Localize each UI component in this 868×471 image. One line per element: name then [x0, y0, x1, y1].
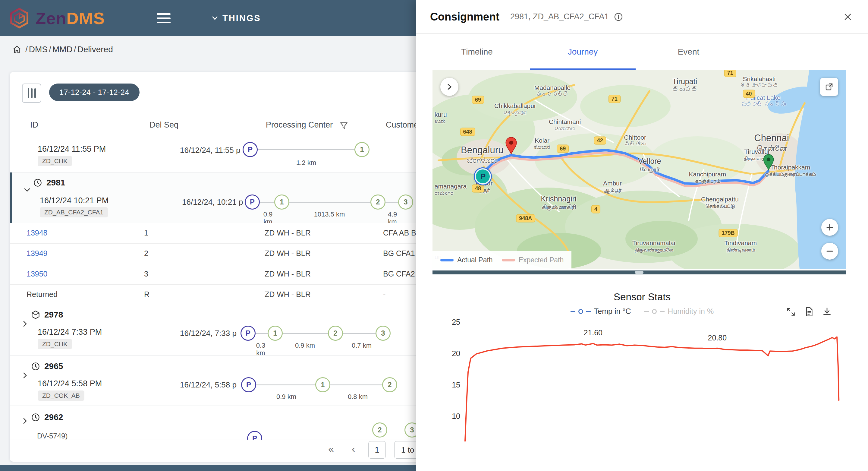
sub-row-id-link[interactable]: 13949: [27, 249, 48, 258]
map-legend: Actual Path Expected Path: [433, 251, 571, 269]
breadcrumb-separator: /: [74, 45, 76, 54]
timeline-node-1: 1: [354, 142, 370, 157]
sub-row-processing-center: ZD WH - BLR: [265, 270, 311, 278]
minus-icon: [826, 247, 834, 255]
drawer-subtitle: 2981, ZD_AB_CFA2_CFA1: [510, 12, 609, 22]
timeline-distance-label: 1013.5 km: [314, 210, 345, 218]
zoom-out-button[interactable]: [821, 243, 838, 260]
brand-name: ZenDMS: [36, 8, 105, 28]
row-del-seq: 16/12/24, 10:21 p: [182, 198, 243, 207]
sub-row-processing-center: ZD WH - BLR: [265, 249, 311, 258]
columns-button[interactable]: [22, 84, 41, 103]
actual-path-swatch: [440, 259, 454, 261]
chart-download-icon[interactable]: [822, 307, 832, 317]
row-id: 2978: [31, 310, 63, 320]
date-range-chip[interactable]: 17-12-24 - 17-12-24: [49, 84, 140, 101]
temp-marker-line: [570, 311, 575, 312]
map-fullscreen-button[interactable]: [820, 78, 838, 96]
row-badge: ZD_AB_CFA2_CFA1: [40, 207, 108, 217]
prev-page-button[interactable]: ‹: [352, 443, 355, 455]
chevron-right-icon[interactable]: [21, 371, 29, 380]
legend-humidity-toggle[interactable]: Humidity in %: [644, 307, 714, 316]
row-date: 16/12/24 5:58 PM: [38, 379, 102, 388]
sub-row-id-link[interactable]: 13948: [27, 229, 48, 237]
timeline-node-p: P: [245, 195, 260, 210]
row-partial-text: DV-5749): [37, 432, 67, 440]
row-id: 2981: [33, 178, 65, 187]
first-page-button[interactable]: «: [328, 443, 334, 455]
breadcrumb-separator: /: [49, 45, 51, 54]
clock-icon: [33, 178, 42, 187]
tab-event[interactable]: Event: [636, 34, 741, 70]
chart-report-icon[interactable]: [804, 307, 814, 317]
breadcrumb-items: /DMS/MMD/Delivered: [24, 45, 113, 54]
chevron-right-icon[interactable]: [21, 417, 29, 425]
scrollbar-thumb[interactable]: [635, 271, 644, 274]
timeline-line: [256, 384, 315, 385]
y-tick-label: 15: [452, 381, 460, 389]
tab-timeline[interactable]: Timeline: [424, 34, 530, 70]
row-date: 16/12/24 10:21 PM: [40, 196, 108, 205]
row-badge: ZD_CGK_AB: [38, 390, 84, 401]
chevron-down-icon: [211, 14, 219, 22]
col-header-customer: Customer: [386, 120, 421, 130]
y-tick-label: 20: [452, 349, 460, 358]
drawer-header: Consignment 2981, ZD_AB_CFA2_CFA1: [416, 0, 868, 34]
sub-row-seq: R: [144, 290, 150, 299]
origin-marker: P: [475, 168, 491, 184]
info-icon[interactable]: [614, 12, 623, 22]
things-dropdown[interactable]: THINGS: [211, 13, 261, 23]
row-id: 2965: [31, 361, 63, 371]
timeline-node-p: P: [241, 377, 256, 392]
breadcrumb-item[interactable]: MMD: [53, 45, 73, 54]
chevron-right-icon[interactable]: [21, 320, 29, 328]
temperature-line-chart: 1015202521.6020.80: [440, 318, 841, 470]
sub-row-seq: 3: [144, 270, 148, 278]
chart-annotation: 20.80: [708, 333, 727, 342]
humidity-legend-label: Humidity in %: [668, 307, 714, 316]
close-icon[interactable]: [843, 12, 853, 22]
timeline-line: [255, 333, 268, 334]
chevron-down-icon[interactable]: [23, 186, 31, 194]
menu-toggle-button[interactable]: [157, 7, 178, 29]
brand-logo[interactable]: ZenDMS: [0, 7, 142, 29]
timeline-distance-label: 0.7 km: [352, 342, 372, 349]
home-icon[interactable]: [12, 45, 22, 54]
timeline-node-p: P: [241, 326, 255, 341]
things-label: THINGS: [222, 13, 261, 23]
temp-marker-line: [586, 311, 591, 312]
zoom-in-button[interactable]: [821, 219, 838, 236]
timeline-node-p: P: [243, 142, 258, 157]
page-number[interactable]: 1: [368, 441, 386, 459]
drawer-title: Consignment: [430, 10, 499, 23]
breadcrumb: /DMS/MMD/Delivered: [12, 45, 113, 54]
map-horizontal-scrollbar[interactable]: [433, 270, 846, 274]
row-badge: ZD_CHK: [38, 339, 72, 349]
sub-row-id-link[interactable]: 13950: [27, 270, 48, 278]
filter-icon[interactable]: [339, 121, 348, 130]
expected-path-swatch: [502, 259, 515, 261]
timeline-node-2: 2: [372, 422, 387, 438]
timeline-node-2: 2: [382, 377, 397, 392]
timeline-node-1: 1: [274, 195, 289, 210]
timeline-node-p: P: [247, 431, 262, 440]
humidity-marker-line: [660, 311, 664, 312]
timeline-line: [283, 333, 328, 334]
legend-temp-toggle[interactable]: Temp in °C: [570, 307, 631, 316]
breadcrumb-item[interactable]: Delivered: [77, 45, 113, 54]
y-tick-label: 25: [452, 318, 460, 326]
chart-expand-icon[interactable]: [786, 307, 796, 317]
col-header-id: ID: [30, 120, 38, 130]
breadcrumb-item[interactable]: DMS: [29, 45, 48, 54]
route-path-layer: [433, 70, 846, 269]
journey-map[interactable]: TirupatiతిరుపతిMadanapalleమదనపల్లెSrikal…: [433, 70, 846, 269]
timeline-node-1: 1: [268, 326, 283, 341]
map-expand-button[interactable]: [440, 78, 458, 96]
timeline-line: [385, 202, 398, 203]
drawer-tabs: Timeline Journey Event: [416, 34, 868, 70]
fullscreen-icon: [825, 83, 833, 91]
sub-row-seq: 2: [144, 249, 148, 258]
timeline-line: [289, 202, 370, 203]
tab-journey[interactable]: Journey: [530, 34, 636, 70]
bottom-scrollbar[interactable]: [0, 465, 416, 471]
